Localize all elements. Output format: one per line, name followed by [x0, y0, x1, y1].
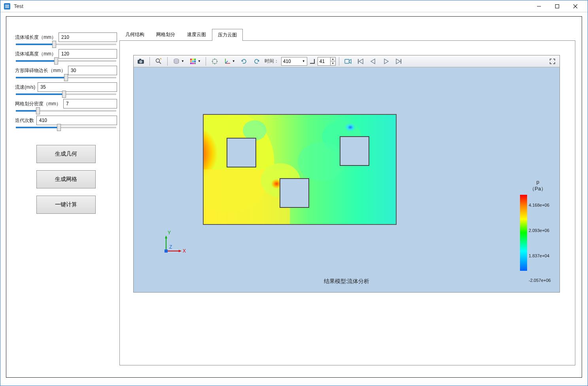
svg-rect-26 — [345, 59, 349, 63]
axis-indicator: X Y Z — [161, 229, 192, 257]
zoom-icon[interactable] — [153, 56, 164, 67]
svg-rect-18 — [192, 63, 194, 64]
record-icon[interactable] — [342, 56, 354, 67]
svg-rect-2 — [556, 4, 559, 8]
generate-mesh-button[interactable]: 生成网格 — [36, 170, 96, 188]
axes-icon[interactable] — [222, 56, 233, 67]
slider-thumb-3[interactable] — [62, 91, 66, 98]
param-slider-5[interactable] — [15, 127, 117, 128]
svg-point-35 — [298, 142, 345, 181]
slider-thumb-0[interactable] — [52, 41, 56, 48]
svg-rect-14 — [190, 61, 192, 62]
time-label: 时间： — [265, 58, 279, 65]
minimize-button[interactable] — [530, 0, 548, 12]
svg-rect-38 — [164, 249, 168, 253]
tab-1[interactable]: 网格划分 — [150, 29, 181, 40]
svg-rect-12 — [192, 59, 194, 60]
svg-line-23 — [225, 61, 228, 63]
param-slider-0[interactable] — [15, 44, 117, 45]
play-icon[interactable] — [380, 56, 391, 67]
param-input-3[interactable] — [38, 82, 117, 92]
move-icon[interactable] — [209, 56, 220, 67]
obstacle-1 — [227, 138, 256, 167]
slider-thumb-4[interactable] — [36, 107, 40, 114]
colormap-dropdown-arrow-icon[interactable]: ▼ — [198, 59, 202, 63]
colorbar-label-2: 1.837e+04 — [529, 253, 549, 258]
param-row-3: 流速(m/s) — [15, 82, 117, 92]
viz-toolbar: ▼ ▼ ▼ 时间： 410▼ — [134, 55, 560, 67]
frame-spinner[interactable]: ▲▼ — [318, 57, 336, 66]
colorbar: p（Pa） 4.168e+06 2.093e+06 1.837e+04 -2.0… — [520, 179, 556, 271]
colorbar-title: p（Pa） — [520, 179, 556, 192]
svg-rect-16 — [194, 61, 196, 62]
time-combo[interactable]: 410▼ — [281, 57, 307, 66]
app-window: Test 流体域长度（mm） 流体域高度（mm） 方形障碍物边长（mm） 流速(… — [0, 0, 588, 386]
param-slider-2[interactable] — [15, 77, 117, 78]
main-panel: 几何结构网格划分速度云图压力云图 ▼ ▼ — [119, 29, 575, 365]
frame-input[interactable] — [318, 57, 330, 66]
app-icon — [4, 3, 11, 10]
skip-first-icon[interactable] — [355, 56, 366, 67]
tab-3[interactable]: 压力云图 — [212, 29, 243, 41]
rotate-cw-icon[interactable] — [251, 56, 262, 67]
axis-x-label: X — [183, 248, 186, 254]
colorbar-gradient — [520, 195, 527, 271]
generate-geometry-button[interactable]: 生成几何 — [36, 145, 96, 163]
svg-rect-13 — [194, 59, 196, 60]
param-slider-3[interactable] — [15, 93, 117, 95]
fullscreen-icon[interactable] — [547, 56, 558, 67]
camera-icon[interactable] — [135, 56, 146, 67]
material-icon[interactable] — [171, 56, 182, 67]
spin-down-icon[interactable]: ▼ — [330, 61, 336, 66]
slider-thumb-5[interactable] — [57, 124, 61, 131]
tab-content: ▼ ▼ ▼ 时间： 410▼ — [119, 40, 575, 365]
visualization-area: ▼ ▼ ▼ 时间： 410▼ — [133, 55, 560, 293]
svg-rect-28 — [401, 59, 401, 64]
svg-point-6 — [140, 61, 142, 63]
param-label-5: 迭代次数 — [15, 117, 34, 124]
slider-thumb-2[interactable] — [64, 74, 68, 81]
colormap-icon[interactable] — [187, 56, 199, 67]
param-label-1: 流体域高度（mm） — [15, 51, 56, 57]
param-input-4[interactable] — [63, 99, 117, 108]
param-input-5[interactable] — [36, 116, 117, 125]
param-input-2[interactable] — [68, 66, 117, 75]
param-input-1[interactable] — [59, 49, 117, 59]
param-row-1: 流体域高度（mm） — [15, 49, 117, 59]
param-input-0[interactable] — [59, 32, 117, 42]
svg-rect-15 — [192, 61, 194, 62]
step-back-icon[interactable] — [368, 56, 379, 67]
material-dropdown-arrow-icon[interactable]: ▼ — [181, 59, 186, 63]
slider-thumb-1[interactable] — [54, 57, 58, 65]
param-row-0: 流体域长度（mm） — [15, 32, 117, 42]
axis-z-label: Z — [169, 244, 172, 250]
simulation-domain — [203, 114, 397, 225]
axes-dropdown-arrow-icon[interactable]: ▼ — [232, 59, 237, 63]
chevron-down-icon[interactable]: ▼ — [302, 59, 305, 63]
svg-point-8 — [156, 59, 160, 62]
param-slider-1[interactable] — [15, 60, 117, 62]
spin-up-icon[interactable]: ▲ — [330, 57, 336, 61]
param-label-0: 流体域长度（mm） — [15, 34, 56, 41]
svg-rect-11 — [190, 59, 192, 60]
svg-rect-19 — [194, 63, 196, 64]
compute-button[interactable]: 一键计算 — [36, 196, 96, 214]
content-area: 流体域长度（mm） 流体域高度（mm） 方形障碍物边长（mm） 流速(m/s) … — [0, 12, 588, 386]
time-value: 410 — [283, 59, 291, 64]
maximize-button[interactable] — [548, 0, 566, 12]
result-caption: 结果模型:流体分析 — [324, 278, 370, 285]
close-button[interactable] — [566, 0, 584, 12]
tab-0[interactable]: 几何结构 — [119, 29, 150, 40]
rotate-ccw-icon[interactable] — [238, 56, 250, 67]
svg-rect-17 — [190, 63, 192, 64]
skip-last-icon[interactable] — [393, 56, 404, 67]
param-label-3: 流速(m/s) — [15, 84, 35, 91]
svg-rect-25 — [314, 59, 315, 64]
step-end-icon[interactable] — [309, 56, 316, 67]
tab-2[interactable]: 速度云图 — [181, 29, 212, 40]
param-slider-4[interactable] — [15, 110, 117, 112]
colorbar-label-min: -2.057e+06 — [529, 278, 551, 283]
svg-rect-20 — [213, 59, 217, 63]
obstacle-3 — [340, 136, 369, 166]
sidebar: 流体域长度（mm） 流体域高度（mm） 方形障碍物边长（mm） 流速(m/s) … — [13, 29, 119, 365]
